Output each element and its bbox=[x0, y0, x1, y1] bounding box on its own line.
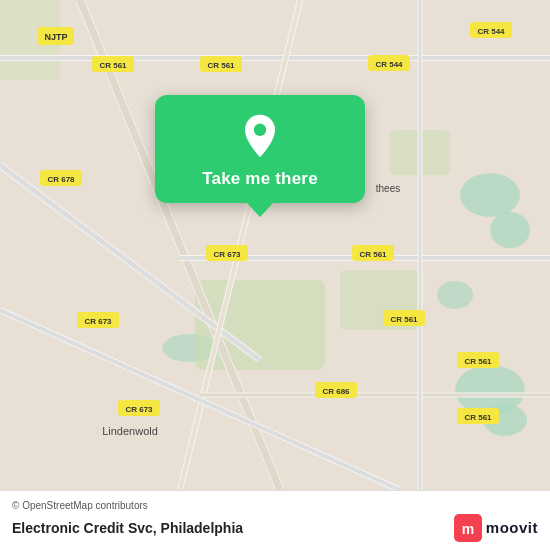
svg-text:CR 561: CR 561 bbox=[207, 61, 235, 70]
svg-text:CR 673: CR 673 bbox=[125, 405, 153, 414]
svg-point-1 bbox=[460, 173, 520, 217]
svg-text:NJTP: NJTP bbox=[44, 32, 67, 42]
svg-text:CR 561: CR 561 bbox=[99, 61, 127, 70]
svg-text:CR 686: CR 686 bbox=[322, 387, 350, 396]
svg-text:CR 673: CR 673 bbox=[84, 317, 112, 326]
svg-text:CR 561: CR 561 bbox=[464, 357, 492, 366]
svg-text:CR 561: CR 561 bbox=[390, 315, 418, 324]
map-svg: NJTP CR 561 CR 561 CR 544 CR 544 CR 678 … bbox=[0, 0, 550, 490]
svg-text:Lindenwold: Lindenwold bbox=[102, 425, 158, 437]
svg-text:CR 678: CR 678 bbox=[47, 175, 75, 184]
svg-point-2 bbox=[490, 212, 530, 248]
svg-text:m: m bbox=[462, 521, 474, 537]
svg-point-5 bbox=[437, 281, 473, 309]
moovit-logo: m moovit bbox=[454, 514, 538, 542]
bottom-bar: © OpenStreetMap contributors Electronic … bbox=[0, 490, 550, 550]
take-me-there-button[interactable]: Take me there bbox=[202, 169, 318, 189]
popup-card[interactable]: Take me there bbox=[155, 95, 365, 203]
svg-text:CR 561: CR 561 bbox=[359, 250, 387, 259]
osm-attribution: © OpenStreetMap contributors bbox=[12, 500, 538, 511]
bottom-content: Electronic Credit Svc, Philadelphia m mo… bbox=[12, 514, 538, 542]
map-container: NJTP CR 561 CR 561 CR 544 CR 544 CR 678 … bbox=[0, 0, 550, 490]
svg-text:thees: thees bbox=[376, 183, 400, 194]
location-pin-icon bbox=[237, 113, 283, 159]
svg-text:CR 561: CR 561 bbox=[464, 413, 492, 422]
moovit-text: moovit bbox=[486, 519, 538, 536]
place-name: Electronic Credit Svc, Philadelphia bbox=[12, 520, 243, 536]
svg-text:CR 544: CR 544 bbox=[477, 27, 505, 36]
svg-text:CR 544: CR 544 bbox=[375, 60, 403, 69]
svg-text:CR 673: CR 673 bbox=[213, 250, 241, 259]
svg-point-57 bbox=[254, 124, 266, 136]
moovit-icon: m bbox=[454, 514, 482, 542]
